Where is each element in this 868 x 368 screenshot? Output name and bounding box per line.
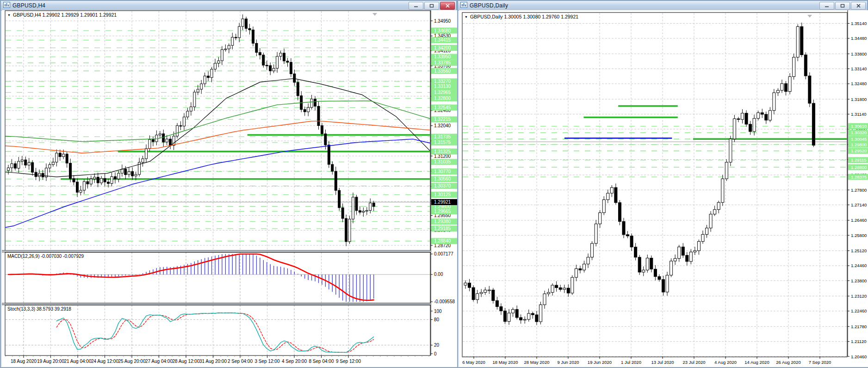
candle [155, 135, 158, 142]
candle [28, 162, 30, 165]
candle [190, 107, 192, 111]
candle [492, 290, 495, 300]
candle [217, 61, 220, 63]
candle [200, 84, 203, 89]
candle [176, 125, 179, 136]
candle [559, 288, 562, 290]
level-price-label: 1.28840 [434, 238, 451, 243]
chart-background [2, 10, 457, 367]
level-price-label: 1.32800 [434, 96, 451, 101]
mt4-workspace: { "colors": { "grid": "#c9c9c9", "level_… [0, 0, 868, 368]
candle [757, 112, 760, 118]
time-label: 28 May 2020 [524, 360, 550, 365]
level-price-label: 1.30045 [851, 137, 867, 142]
price-tick-label: 1.25800 [851, 233, 867, 238]
close-button[interactable] [440, 2, 455, 10]
time-label: 27 Aug 04:00 [145, 359, 173, 364]
candle [259, 52, 261, 55]
candle [262, 55, 265, 65]
level-price-label: 1.30610 [851, 124, 867, 129]
candle [634, 247, 637, 257]
candle [614, 187, 617, 203]
candle [504, 311, 507, 322]
candle [610, 187, 613, 193]
candle [238, 26, 241, 37]
candle [248, 28, 251, 30]
close-button[interactable] [851, 2, 866, 10]
time-label: 21 Aug 04:00 [64, 359, 92, 364]
candle [793, 57, 795, 77]
symbol-dropdown-arrow: ▼ [7, 13, 11, 17]
level-price-label: 1.30370 [434, 183, 451, 188]
candle [124, 169, 127, 175]
candle [520, 318, 522, 320]
level-price-label: 1.31035 [434, 159, 451, 164]
level-price-label: 1.33950 [434, 54, 451, 59]
time-label: 13 Jul 2020 [651, 360, 674, 365]
level-price-label: 1.32545 [434, 105, 451, 110]
level-price-label: 1.29115 [851, 157, 867, 162]
candle [279, 53, 282, 56]
candle [630, 236, 633, 247]
chart-canvas-daily[interactable]: ▼GBPUSD,Daily 1.30005 1.30080 1.29760 1.… [459, 10, 866, 367]
candle [472, 287, 475, 299]
candle [352, 197, 354, 219]
level-price-label: 1.32215 [434, 117, 451, 122]
time-label: 28 Aug 12:00 [173, 359, 200, 364]
candle [761, 112, 763, 114]
stoch-label: Stoch(13,3,3) 38.5793 39.2918 [7, 306, 71, 312]
macd-label: MACD(12,26,9) -0.007030 -0.007929 [7, 254, 84, 259]
candle [73, 179, 75, 182]
candle [725, 162, 728, 179]
price-tick-label: 1.26460 [851, 218, 867, 223]
minimize-button[interactable] [409, 2, 423, 10]
chart-canvas-h4[interactable]: ▼GBPUSD,H4 1.29902 1.29929 1.29901 1.299… [2, 10, 455, 367]
candle [66, 154, 68, 163]
candle [345, 218, 347, 242]
candle [587, 257, 589, 264]
restore-button[interactable] [424, 2, 439, 10]
time-label: 1 Jul 2020 [621, 360, 641, 365]
candle [69, 163, 72, 178]
stoch-scale-label: 100 [434, 309, 442, 314]
candle [678, 247, 681, 258]
candle [737, 119, 740, 120]
candle [186, 111, 189, 117]
candle [682, 247, 684, 255]
candle [11, 164, 13, 168]
candle [286, 61, 289, 62]
candle [145, 149, 148, 159]
candle [697, 242, 700, 251]
macd-scale-zero: 0.00 [434, 272, 443, 277]
candle [80, 190, 82, 192]
candle [749, 124, 752, 131]
candle [135, 175, 137, 176]
candle [626, 235, 629, 236]
level-price-label: 1.29520 [851, 148, 867, 153]
time-label: 31 Aug 20:00 [199, 359, 227, 364]
candle [183, 117, 185, 126]
candle [197, 89, 199, 92]
candle [100, 178, 103, 183]
price-tick-label: 1.34480 [851, 36, 867, 41]
candle [118, 173, 120, 179]
time-label: 9 Sep 12:00 [336, 359, 361, 364]
candle [515, 309, 518, 318]
candle [83, 181, 85, 190]
candle [543, 294, 546, 305]
minimize-button[interactable] [819, 2, 834, 10]
candle [666, 275, 669, 292]
window-title-bar[interactable]: GBPUSD,H4 [1, 1, 456, 11]
window-title-bar[interactable]: GBPUSD,Daily [458, 1, 867, 11]
candle [204, 76, 206, 84]
candle [21, 160, 23, 161]
restore-button[interactable] [835, 2, 850, 10]
price-tick-label: 1.21120 [851, 339, 867, 344]
level-price-label: 1.29185 [434, 226, 451, 231]
candle [338, 190, 341, 207]
ohlc-info-line: GBPUSD,Daily 1.30005 1.30080 1.29760 1.2… [470, 14, 578, 19]
candle [159, 134, 161, 135]
candle [293, 74, 296, 82]
level-price-label: 1.33785 [434, 60, 451, 65]
candle [575, 268, 577, 277]
